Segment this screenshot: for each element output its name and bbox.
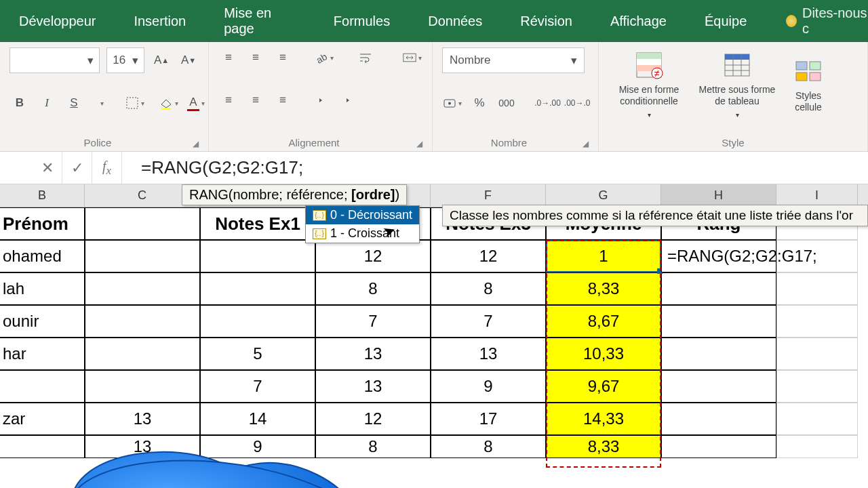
orientation-button[interactable]: ab — [314, 47, 334, 68]
cell[interactable] — [85, 240, 200, 272]
formula-input[interactable]: =RANG(G2;G2:G17; — [122, 157, 868, 178]
accounting-format-button[interactable] — [442, 93, 462, 113]
enter-formula-button[interactable]: ✓ — [62, 152, 92, 184]
font-size-combo[interactable]: 16▾ — [106, 47, 144, 73]
increase-font-icon[interactable]: A▲ — [151, 50, 172, 70]
comma-style-button[interactable]: 000 — [496, 93, 517, 113]
cell[interactable] — [0, 370, 85, 403]
bold-button[interactable]: B — [9, 93, 30, 113]
cell[interactable] — [661, 305, 776, 338]
cell[interactable] — [776, 272, 858, 305]
header-notes-ex1[interactable]: Notes Ex1 — [200, 207, 315, 240]
cancel-formula-button[interactable]: ✕ — [33, 152, 62, 184]
tab-page-layout[interactable]: Mise en page — [205, 0, 315, 42]
cell[interactable]: 10,33 — [546, 338, 661, 370]
number-format-combo[interactable]: Nombre▾ — [442, 47, 585, 73]
col-header-b[interactable]: B — [0, 184, 85, 207]
cell[interactable] — [776, 370, 858, 403]
cell[interactable]: 8,67 — [546, 305, 661, 338]
decrease-font-icon[interactable]: A▼ — [178, 50, 199, 70]
cell[interactable] — [661, 403, 776, 435]
cell[interactable] — [661, 272, 776, 305]
cell[interactable]: 12 — [315, 240, 431, 272]
format-as-table-button[interactable]: Mettre sous forme de tableau▾ — [696, 47, 778, 122]
decrease-decimal-icon[interactable]: .00→.0 — [566, 93, 589, 113]
cell[interactable] — [776, 338, 858, 370]
cell[interactable]: 9 — [431, 370, 546, 403]
cell[interactable]: 13 — [315, 370, 431, 403]
number-dialog-launcher[interactable]: ◢ — [583, 139, 589, 148]
cell-h2-editing[interactable]: =RANG(G2;G2:G17; — [661, 240, 776, 272]
cell[interactable]: har — [0, 338, 85, 370]
cell[interactable]: 7 — [315, 305, 431, 338]
col-header-g[interactable]: G — [546, 184, 661, 207]
cell[interactable]: 8,33 — [546, 272, 661, 305]
align-left-icon[interactable]: ≡ — [218, 90, 239, 110]
option-ascending[interactable]: {‥} 1 - Croissant — [306, 224, 419, 243]
cell[interactable]: 7 — [200, 370, 315, 403]
tab-formulas[interactable]: Formules — [315, 0, 409, 42]
wrap-text-button[interactable] — [355, 47, 376, 68]
fill-color-button[interactable] — [159, 93, 179, 113]
cell[interactable]: 9,67 — [546, 370, 661, 403]
insert-function-button[interactable]: fx — [92, 152, 122, 184]
cell[interactable] — [661, 370, 776, 403]
worksheet-grid[interactable]: B C D E F G H I RANG(nombre; référence; … — [0, 184, 868, 458]
cell[interactable]: 12 — [431, 240, 546, 272]
italic-button[interactable]: I — [37, 93, 57, 113]
cell[interactable]: 13 — [431, 338, 546, 370]
cell[interactable]: ohamed — [0, 240, 85, 272]
percent-button[interactable]: % — [469, 93, 490, 113]
cell[interactable] — [85, 305, 200, 338]
cell[interactable]: 5 — [200, 338, 315, 370]
col-header-i[interactable]: I — [776, 184, 858, 207]
underline-button[interactable]: S — [64, 93, 84, 113]
align-center-icon[interactable]: ≡ — [245, 90, 266, 110]
conditional-formatting-button[interactable]: ≠ Mise en forme conditionnelle▾ — [608, 47, 690, 122]
cell[interactable]: ounir — [0, 305, 85, 338]
header-prenom[interactable]: Prénom — [0, 207, 85, 240]
cell-g2[interactable]: 1 — [546, 240, 661, 272]
tab-data[interactable]: Données — [409, 0, 501, 42]
header-c[interactable] — [85, 207, 200, 240]
tab-team[interactable]: Équipe — [686, 0, 766, 42]
font-dialog-launcher[interactable]: ◢ — [193, 139, 199, 148]
cell[interactable] — [776, 305, 858, 338]
increase-decimal-icon[interactable]: .0→.00 — [536, 93, 559, 113]
cell[interactable] — [200, 305, 315, 338]
cell[interactable] — [661, 338, 776, 370]
cell[interactable] — [85, 272, 200, 305]
cell[interactable]: 7 — [431, 305, 546, 338]
decrease-indent-icon[interactable] — [315, 90, 335, 110]
tab-insertion[interactable]: Insertion — [115, 0, 205, 42]
cell[interactable]: 8 — [431, 272, 546, 305]
cell[interactable]: 8,33 — [546, 435, 661, 458]
cell[interactable] — [200, 272, 315, 305]
cell[interactable] — [200, 240, 315, 272]
tab-view[interactable]: Affichage — [591, 0, 686, 42]
align-bottom-icon[interactable]: ≡ — [273, 47, 293, 68]
cell[interactable] — [85, 370, 200, 403]
col-header-h[interactable]: H — [661, 184, 776, 207]
alignment-dialog-launcher[interactable]: ◢ — [416, 139, 422, 148]
tell-me[interactable]: Dites-nous c — [786, 5, 868, 37]
cell-styles-button[interactable]: Styles cellule — [785, 47, 832, 122]
cell[interactable]: lah — [0, 272, 85, 305]
align-right-icon[interactable]: ≡ — [273, 90, 293, 110]
font-color-button[interactable]: A — [186, 93, 206, 113]
underline-dropdown[interactable] — [91, 93, 111, 113]
increase-indent-icon[interactable] — [342, 90, 362, 110]
tab-review[interactable]: Révision — [501, 0, 591, 42]
cell[interactable] — [85, 338, 200, 370]
col-header-f[interactable]: F — [431, 184, 546, 207]
align-middle-icon[interactable]: ≡ — [245, 47, 266, 68]
cell[interactable]: 17 — [431, 403, 546, 435]
align-top-icon[interactable]: ≡ — [218, 47, 239, 68]
cell[interactable] — [661, 435, 776, 458]
cell[interactable] — [776, 435, 858, 458]
cell[interactable]: 14,33 — [546, 403, 661, 435]
cell[interactable]: 8 — [431, 435, 546, 458]
cell[interactable] — [776, 403, 858, 435]
merge-button[interactable] — [402, 47, 422, 68]
cell[interactable]: 13 — [315, 338, 431, 370]
